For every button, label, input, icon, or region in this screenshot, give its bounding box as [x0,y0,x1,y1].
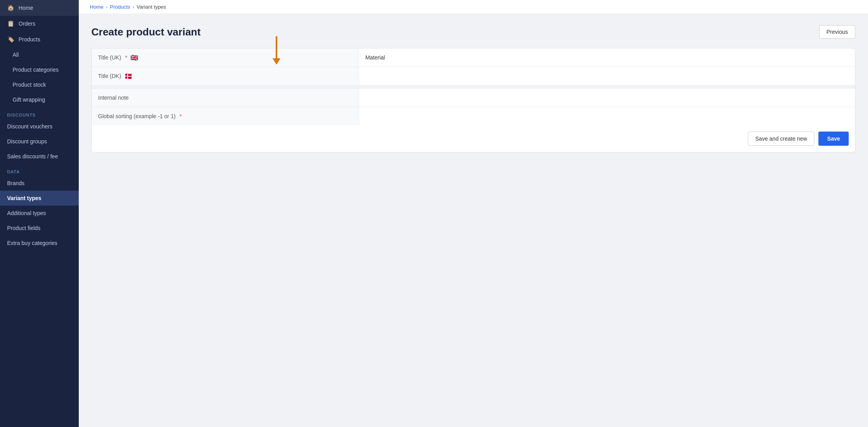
title-dk-row: Title (DK) 🇩🇰 [92,67,855,85]
title-uk-input[interactable] [365,54,849,61]
title-dk-label: Title (DK) [98,73,121,79]
orders-icon: 📋 [7,20,15,27]
products-icon: 🏷️ [7,36,15,43]
global-sorting-required: * [180,113,182,119]
sidebar-item-orders[interactable]: 📋 Orders [0,16,79,32]
content-relative: Title (UK) * 🇬🇧 [91,48,855,152]
home-icon: 🏠 [7,4,15,11]
title-uk-label: Title (UK) [98,54,121,61]
breadcrumb-sep-1: › [106,4,108,10]
breadcrumb-current: Variant types [137,4,166,10]
global-sorting-row: Global sorting (example -1 or 1) * [92,107,855,126]
previous-button[interactable]: Previous [819,25,855,39]
breadcrumb-home[interactable]: Home [90,4,104,10]
sidebar-item-brands[interactable]: Brands [0,176,79,191]
sidebar-item-discount-groups[interactable]: Discount groups [0,134,79,149]
sidebar: 🏠 Home 📋 Orders 🏷️ Products All Product … [0,0,79,427]
page-content: Create product variant Previous Title (U… [79,14,868,427]
data-section-label: DATA [0,164,79,176]
global-sorting-input[interactable] [365,112,849,120]
title-uk-value-cell [359,48,855,67]
internal-note-row: Internal note [92,89,855,107]
sidebar-item-product-categories[interactable]: Product categories [0,62,79,77]
global-sorting-label: Global sorting (example -1 or 1) [98,113,176,119]
title-uk-row: Title (UK) * 🇬🇧 [92,48,855,67]
discounts-section-label: DISCOUNTS [0,107,79,119]
global-sorting-label-cell: Global sorting (example -1 or 1) * [92,107,359,126]
breadcrumb-products[interactable]: Products [110,4,130,10]
internal-note-input[interactable] [365,94,849,102]
internal-note-value-cell [359,89,855,107]
main-content: Home › Products › Variant types Create p… [79,0,868,427]
internal-note-label-cell: Internal note [92,89,359,107]
form-table: Title (UK) * 🇬🇧 [92,48,855,125]
sidebar-item-variant-types[interactable]: Variant types [0,191,79,206]
dk-flag-icon: 🇩🇰 [124,72,132,80]
sidebar-item-gift-wrapping[interactable]: Gift wrapping [0,92,79,107]
uk-flag-icon: 🇬🇧 [130,54,138,61]
sidebar-item-product-stock[interactable]: Product stock [0,77,79,92]
sidebar-item-all[interactable]: All [0,47,79,62]
sidebar-item-additional-types[interactable]: Additional types [0,206,79,221]
title-dk-input[interactable] [365,72,849,80]
page-header: Create product variant Previous [91,25,855,39]
save-and-create-new-button[interactable]: Save and create new [748,132,815,146]
sidebar-item-extra-buy-categories[interactable]: Extra buy categories [0,236,79,251]
title-dk-value-cell [359,67,855,85]
save-button[interactable]: Save [818,132,849,146]
title-uk-label-cell: Title (UK) * 🇬🇧 [92,48,359,67]
title-dk-label-cell: Title (DK) 🇩🇰 [92,67,359,85]
sidebar-item-home[interactable]: 🏠 Home [0,0,79,16]
sidebar-item-sales-discounts[interactable]: Sales discounts / fee [0,149,79,164]
title-uk-required: * [125,54,127,61]
breadcrumb-bar: Home › Products › Variant types [79,0,868,14]
form-actions: Save and create new Save [92,125,855,152]
sidebar-item-product-fields[interactable]: Product fields [0,221,79,236]
divider-row [92,85,855,89]
internal-note-label: Internal note [98,95,129,101]
form-card: Title (UK) * 🇬🇧 [91,48,855,152]
breadcrumb-sep-2: › [132,4,134,10]
sidebar-item-products[interactable]: 🏷️ Products [0,32,79,47]
page-title: Create product variant [91,26,200,38]
sidebar-item-discount-vouchers[interactable]: Discount vouchers [0,119,79,134]
divider-cell [92,85,855,89]
global-sorting-value-cell [359,107,855,126]
